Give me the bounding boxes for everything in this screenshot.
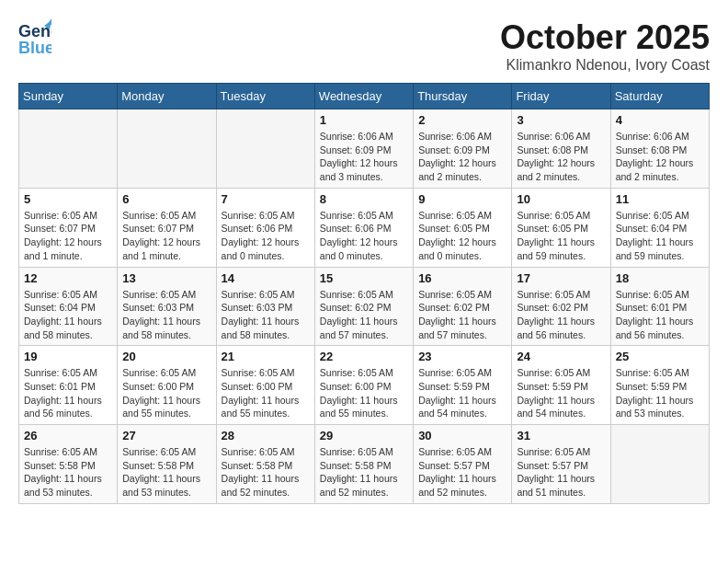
day-info: Sunrise: 6:05 AM Sunset: 6:03 PM Dayligh…: [222, 288, 310, 342]
day-number: 5: [24, 192, 112, 206]
calendar-cell: [19, 109, 118, 189]
header: General Blue October 2025 Klimankro Nden…: [18, 18, 710, 74]
calendar-cell: 23Sunrise: 6:05 AM Sunset: 5:59 PM Dayli…: [414, 346, 512, 425]
calendar-cell: 29Sunrise: 6:05 AM Sunset: 5:58 PM Dayli…: [314, 425, 413, 504]
svg-text:Blue: Blue: [18, 39, 51, 57]
day-info: Sunrise: 6:05 AM Sunset: 6:06 PM Dayligh…: [320, 209, 408, 263]
day-info: Sunrise: 6:05 AM Sunset: 6:03 PM Dayligh…: [122, 288, 210, 342]
day-info: Sunrise: 6:05 AM Sunset: 5:58 PM Dayligh…: [24, 445, 112, 500]
day-number: 19: [24, 350, 112, 363]
calendar-cell: 3Sunrise: 6:06 AM Sunset: 6:08 PM Daylig…: [512, 109, 610, 189]
calendar-cell: 21Sunrise: 6:05 AM Sunset: 6:00 PM Dayli…: [216, 346, 314, 425]
calendar-cell: 13Sunrise: 6:05 AM Sunset: 6:03 PM Dayli…: [118, 267, 216, 346]
day-number: 15: [320, 271, 408, 285]
day-number: 29: [320, 429, 408, 442]
day-number: 25: [616, 350, 704, 363]
calendar-cell: [216, 109, 314, 189]
day-number: 12: [24, 271, 112, 285]
day-number: 18: [616, 271, 704, 285]
day-info: Sunrise: 6:06 AM Sunset: 6:09 PM Dayligh…: [418, 130, 506, 184]
day-info: Sunrise: 6:05 AM Sunset: 5:58 PM Dayligh…: [122, 445, 210, 500]
day-info: Sunrise: 6:05 AM Sunset: 6:01 PM Dayligh…: [616, 288, 704, 342]
weekday-header-wednesday: Wednesday: [314, 84, 413, 109]
week-row-5: 26Sunrise: 6:05 AM Sunset: 5:58 PM Dayli…: [19, 425, 710, 504]
day-info: Sunrise: 6:05 AM Sunset: 6:02 PM Dayligh…: [418, 288, 506, 342]
calendar-cell: 6Sunrise: 6:05 AM Sunset: 6:07 PM Daylig…: [118, 188, 216, 267]
day-number: 13: [122, 271, 210, 285]
day-number: 23: [418, 350, 506, 363]
calendar-cell: 30Sunrise: 6:05 AM Sunset: 5:57 PM Dayli…: [414, 425, 512, 504]
day-info: Sunrise: 6:05 AM Sunset: 5:58 PM Dayligh…: [222, 445, 310, 500]
calendar-cell: 27Sunrise: 6:05 AM Sunset: 5:58 PM Dayli…: [118, 425, 216, 504]
calendar-cell: 31Sunrise: 6:05 AM Sunset: 5:57 PM Dayli…: [512, 425, 610, 504]
day-number: 4: [616, 113, 704, 127]
day-info: Sunrise: 6:05 AM Sunset: 5:57 PM Dayligh…: [418, 445, 506, 500]
week-row-2: 5Sunrise: 6:05 AM Sunset: 6:07 PM Daylig…: [19, 188, 710, 267]
day-info: Sunrise: 6:06 AM Sunset: 6:08 PM Dayligh…: [616, 130, 704, 184]
day-info: Sunrise: 6:05 AM Sunset: 6:06 PM Dayligh…: [222, 209, 310, 263]
weekday-header-sunday: Sunday: [19, 84, 118, 109]
calendar-cell: 18Sunrise: 6:05 AM Sunset: 6:01 PM Dayli…: [610, 267, 709, 346]
day-number: 17: [517, 271, 605, 285]
day-number: 27: [122, 429, 210, 442]
main-title: October 2025: [500, 18, 710, 57]
day-info: Sunrise: 6:05 AM Sunset: 5:59 PM Dayligh…: [616, 366, 704, 420]
calendar-cell: 4Sunrise: 6:06 AM Sunset: 6:08 PM Daylig…: [610, 109, 709, 189]
day-number: 16: [418, 271, 506, 285]
week-row-1: 1Sunrise: 6:06 AM Sunset: 6:09 PM Daylig…: [19, 109, 710, 189]
calendar-cell: 17Sunrise: 6:05 AM Sunset: 6:02 PM Dayli…: [512, 267, 610, 346]
weekday-header-saturday: Saturday: [610, 84, 709, 109]
calendar-cell: 26Sunrise: 6:05 AM Sunset: 5:58 PM Dayli…: [19, 425, 118, 504]
calendar-cell: 8Sunrise: 6:05 AM Sunset: 6:06 PM Daylig…: [314, 188, 413, 267]
day-number: 31: [517, 429, 605, 442]
calendar-cell: 16Sunrise: 6:05 AM Sunset: 6:02 PM Dayli…: [414, 267, 512, 346]
week-row-4: 19Sunrise: 6:05 AM Sunset: 6:01 PM Dayli…: [19, 346, 710, 425]
day-info: Sunrise: 6:05 AM Sunset: 5:59 PM Dayligh…: [418, 366, 506, 420]
title-area: October 2025 Klimankro Ndenou, Ivory Coa…: [500, 18, 710, 74]
calendar-cell: 1Sunrise: 6:06 AM Sunset: 6:09 PM Daylig…: [314, 109, 413, 189]
day-info: Sunrise: 6:05 AM Sunset: 6:01 PM Dayligh…: [24, 366, 112, 420]
day-info: Sunrise: 6:05 AM Sunset: 6:04 PM Dayligh…: [616, 209, 704, 263]
day-number: 28: [222, 429, 310, 442]
calendar-cell: 19Sunrise: 6:05 AM Sunset: 6:01 PM Dayli…: [19, 346, 118, 425]
calendar-cell: 11Sunrise: 6:05 AM Sunset: 6:04 PM Dayli…: [610, 188, 709, 267]
day-number: 9: [418, 192, 506, 206]
calendar-cell: 9Sunrise: 6:05 AM Sunset: 6:05 PM Daylig…: [414, 188, 512, 267]
day-number: 11: [616, 192, 704, 206]
calendar-cell: [610, 425, 709, 504]
day-number: 21: [222, 350, 310, 363]
calendar-cell: 10Sunrise: 6:05 AM Sunset: 6:05 PM Dayli…: [512, 188, 610, 267]
day-number: 2: [418, 113, 506, 127]
day-info: Sunrise: 6:05 AM Sunset: 6:00 PM Dayligh…: [122, 366, 210, 420]
week-row-3: 12Sunrise: 6:05 AM Sunset: 6:04 PM Dayli…: [19, 267, 710, 346]
day-number: 14: [222, 271, 310, 285]
day-info: Sunrise: 6:05 AM Sunset: 5:59 PM Dayligh…: [517, 366, 605, 420]
calendar-cell: 28Sunrise: 6:05 AM Sunset: 5:58 PM Dayli…: [216, 425, 314, 504]
calendar-cell: 15Sunrise: 6:05 AM Sunset: 6:02 PM Dayli…: [314, 267, 413, 346]
day-number: 30: [418, 429, 506, 442]
day-info: Sunrise: 6:05 AM Sunset: 6:02 PM Dayligh…: [320, 288, 408, 342]
day-number: 22: [320, 350, 408, 363]
calendar-cell: 5Sunrise: 6:05 AM Sunset: 6:07 PM Daylig…: [19, 188, 118, 267]
day-info: Sunrise: 6:05 AM Sunset: 6:05 PM Dayligh…: [517, 209, 605, 263]
day-number: 3: [517, 113, 605, 127]
weekday-header-tuesday: Tuesday: [216, 84, 314, 109]
day-info: Sunrise: 6:06 AM Sunset: 6:09 PM Dayligh…: [320, 130, 408, 184]
weekday-header-friday: Friday: [512, 84, 610, 109]
calendar-cell: 20Sunrise: 6:05 AM Sunset: 6:00 PM Dayli…: [118, 346, 216, 425]
day-info: Sunrise: 6:05 AM Sunset: 6:02 PM Dayligh…: [517, 288, 605, 342]
logo: General Blue: [18, 18, 51, 63]
day-info: Sunrise: 6:05 AM Sunset: 5:58 PM Dayligh…: [320, 445, 408, 500]
day-number: 8: [320, 192, 408, 206]
logo-icon: General Blue: [18, 18, 51, 63]
calendar-cell: 2Sunrise: 6:06 AM Sunset: 6:09 PM Daylig…: [414, 109, 512, 189]
calendar-cell: 24Sunrise: 6:05 AM Sunset: 5:59 PM Dayli…: [512, 346, 610, 425]
subtitle: Klimankro Ndenou, Ivory Coast: [500, 57, 710, 74]
day-number: 24: [517, 350, 605, 363]
day-number: 20: [122, 350, 210, 363]
weekday-header-row: SundayMondayTuesdayWednesdayThursdayFrid…: [19, 84, 710, 109]
day-number: 1: [320, 113, 408, 127]
weekday-header-thursday: Thursday: [414, 84, 512, 109]
day-number: 26: [24, 429, 112, 442]
day-info: Sunrise: 6:05 AM Sunset: 6:00 PM Dayligh…: [320, 366, 408, 420]
